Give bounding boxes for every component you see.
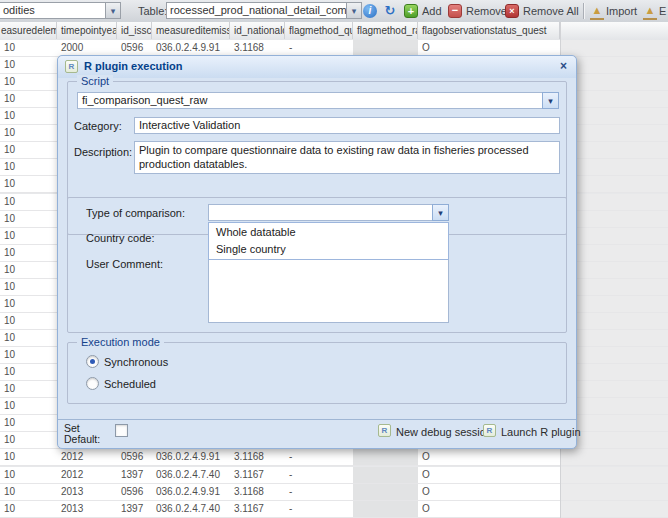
close-icon[interactable]: ×: [556, 59, 571, 74]
table-cell: O: [418, 449, 560, 465]
table-cell: 10: [0, 296, 57, 312]
table-cell: 2012: [57, 467, 117, 483]
column-header[interactable]: id_isscfc: [117, 22, 152, 39]
dropdown-option[interactable]: Whole datatable: [209, 223, 448, 240]
dataset-combo-arrow-icon[interactable]: ▾: [105, 2, 121, 19]
info-icon[interactable]: i: [363, 4, 377, 18]
table-row[interactable]: 1020131397036.0.2.4.7.403.1167-O: [0, 501, 668, 518]
r-plugin-execution-dialog: R R plugin execution × Script fi_compari…: [57, 55, 577, 449]
table-cell: 10: [0, 159, 57, 175]
description-field[interactable]: Plugin to compare questionnaire data to …: [134, 141, 560, 174]
dropdown-option[interactable]: Single country: [209, 240, 448, 257]
table-cell: -: [285, 40, 353, 56]
table-row[interactable]: 1020121397036.0.2.4.7.403.1167-O: [0, 467, 668, 484]
synchronous-radio[interactable]: [86, 355, 99, 368]
launch-r-plugin-button[interactable]: R Launch R plugin: [483, 423, 573, 441]
column-header[interactable]: measureditemisscfc: [152, 22, 230, 39]
table-cell: 10: [0, 108, 57, 124]
country-code-label: Country code:: [86, 232, 154, 244]
category-label: Category:: [74, 120, 122, 132]
script-combo-arrow-icon[interactable]: ▾: [542, 92, 559, 109]
table-cell: 10: [0, 347, 57, 363]
new-debug-session-button[interactable]: R New debug session: [378, 423, 478, 441]
scheduled-radio-label[interactable]: Scheduled: [104, 378, 156, 390]
dialog-footer: Set Default: R New debug session R Launc…: [58, 419, 576, 448]
column-header[interactable]: flagmethod_raw: [353, 22, 418, 39]
type-combo-arrow-icon[interactable]: ▾: [432, 204, 449, 221]
table-cell: 10: [0, 279, 57, 295]
flagmethod-raw-cell[interactable]: [353, 40, 418, 56]
set-default-label2: Default:: [64, 434, 100, 445]
table-cell: 2000: [57, 40, 117, 56]
remove-all-button[interactable]: Remove All: [523, 0, 579, 22]
table-cell: -: [285, 449, 353, 465]
refresh-icon[interactable]: ↻: [383, 4, 397, 18]
column-header[interactable]: flagobservationstatus_quest: [418, 22, 560, 39]
table-cell: -: [285, 501, 353, 517]
table-cell: 0596: [117, 449, 152, 465]
table-cell: 10: [0, 74, 57, 90]
table-cell: 3.1168: [230, 484, 285, 500]
remove-all-x-icon[interactable]: ×: [505, 4, 519, 18]
top-toolbar: odities ▾ Table: rocessed_prod_national_…: [0, 0, 668, 23]
table-cell: 10: [0, 176, 57, 192]
import-icon[interactable]: ▲: [590, 4, 604, 20]
description-label: Description:: [74, 146, 132, 158]
r-launch-icon: R: [483, 424, 496, 437]
table-cell: -: [285, 467, 353, 483]
table-cell: 036.0.2.4.7.40: [152, 501, 230, 517]
table-cell: 2013: [57, 484, 117, 500]
import-button[interactable]: Import: [606, 0, 637, 22]
grid-header: easuredelement timepointyears id_isscfc …: [0, 22, 668, 41]
table-cell: 10: [0, 330, 57, 346]
flagmethod-raw-cell[interactable]: [353, 484, 418, 500]
comparison-dropdown-list: Whole datatableSingle country: [208, 222, 449, 260]
table-cell: 10: [0, 91, 57, 107]
column-header[interactable]: flagmethod_quest: [285, 22, 353, 39]
table-row[interactable]: 1020130596036.0.2.4.9.913.1168-O: [0, 484, 668, 501]
export-icon[interactable]: ▲: [643, 4, 657, 20]
table-combo-arrow-icon[interactable]: ▾: [346, 2, 362, 19]
table-label: Table:: [138, 0, 167, 22]
type-of-comparison-combo[interactable]: [208, 204, 433, 221]
set-default-checkbox[interactable]: [115, 424, 128, 437]
table-cell: 3.1168: [230, 449, 285, 465]
export-button[interactable]: E: [659, 0, 666, 22]
table-cell: 036.0.2.4.9.91: [152, 484, 230, 500]
table-cell: 3.1168: [230, 40, 285, 56]
table-combo[interactable]: rocessed_prod_national_detail_compare: [166, 2, 353, 19]
synchronous-radio-label[interactable]: Synchronous: [104, 356, 168, 368]
user-comment-label: User Comment:: [86, 258, 163, 270]
remove-minus-icon[interactable]: −: [448, 4, 462, 18]
dialog-titlebar[interactable]: R R plugin execution ×: [58, 56, 576, 78]
table-cell: O: [418, 40, 560, 56]
toolbar-separator: [583, 3, 585, 19]
table-cell: 10: [0, 364, 57, 380]
table-cell: 2012: [57, 449, 117, 465]
new-debug-session-label: New debug session: [396, 426, 492, 438]
flagmethod-raw-cell[interactable]: [353, 501, 418, 517]
table-cell: 10: [0, 194, 57, 210]
user-comment-textarea[interactable]: [208, 259, 449, 323]
table-cell: O: [418, 484, 560, 500]
script-combo[interactable]: fi_comparison_quest_raw: [77, 92, 543, 109]
column-header[interactable]: timepointyears: [57, 22, 117, 39]
table-cell: 0596: [117, 40, 152, 56]
remove-button[interactable]: Remove: [466, 0, 507, 22]
table-cell: 10: [0, 381, 57, 397]
flagmethod-raw-cell[interactable]: [353, 449, 418, 465]
column-header[interactable]: easuredelement: [0, 22, 57, 39]
add-button[interactable]: Add: [422, 0, 442, 22]
column-header[interactable]: id_nationalcode: [230, 22, 285, 39]
scheduled-radio[interactable]: [86, 377, 99, 390]
add-plus-icon[interactable]: +: [404, 4, 418, 18]
table-row[interactable]: 1020120596036.0.2.4.9.913.1168-O: [0, 449, 668, 466]
category-field[interactable]: Interactive Validation: [134, 117, 560, 134]
table-cell: 10: [0, 467, 57, 483]
table-cell: 10: [0, 228, 57, 244]
table-cell: 10: [0, 262, 57, 278]
table-cell: 036.0.2.4.7.40: [152, 467, 230, 483]
dataset-combo[interactable]: odities: [0, 2, 111, 19]
table-cell: 2013: [57, 501, 117, 517]
flagmethod-raw-cell[interactable]: [353, 467, 418, 483]
